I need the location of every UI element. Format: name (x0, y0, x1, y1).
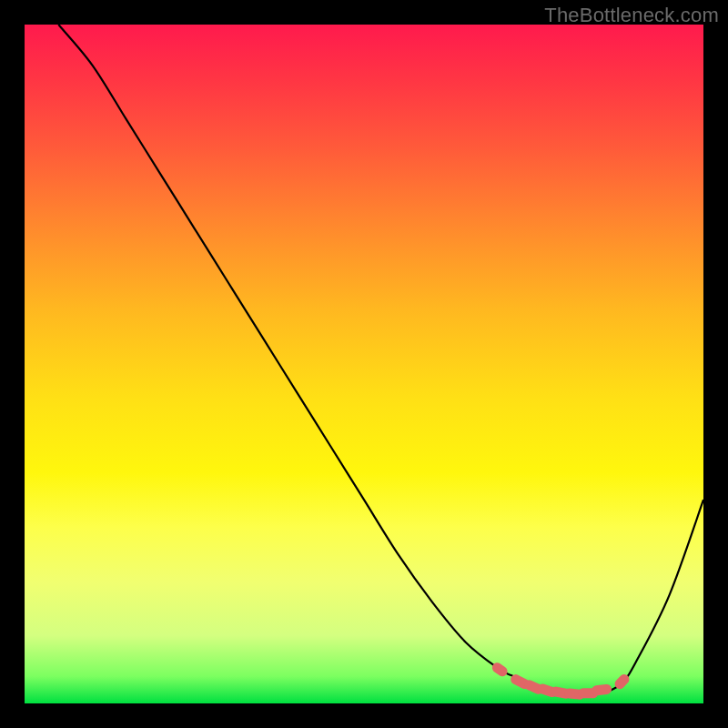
chart-plot-area (25, 25, 703, 703)
chart-frame: TheBottleneck.com (0, 0, 728, 728)
trough-marker (490, 661, 510, 678)
marker-group (490, 661, 632, 700)
watermark-text: TheBottleneck.com (544, 4, 719, 27)
trough-marker (592, 683, 612, 696)
curve-path (58, 25, 703, 694)
bottleneck-curve (25, 25, 703, 703)
